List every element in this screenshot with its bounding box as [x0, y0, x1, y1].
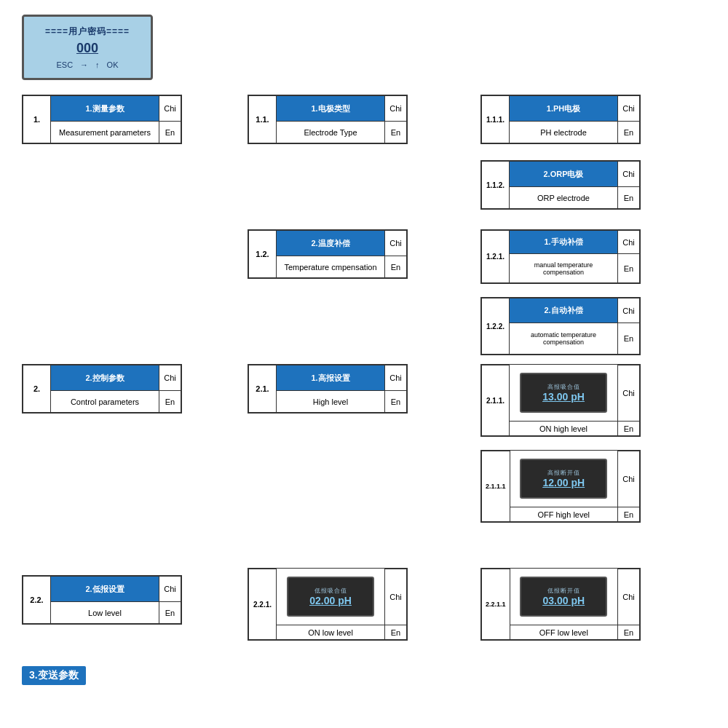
item2211-chi: Chi [618, 569, 640, 625]
item22-chi-label: 2.低报设置 [51, 577, 159, 602]
item2111-chi: Chi [618, 451, 640, 507]
item12-en-label: Temperature cmpensation [277, 256, 385, 278]
item112-chi-label: 2.ORP电极 [510, 162, 618, 187]
item2211-en-label: OFF low level [510, 625, 617, 640]
menu-item-112: 1.1.2. 2.ORP电极 Chi ORP electrode En [480, 160, 641, 210]
item11-num: 1.1. [249, 96, 277, 143]
item2211-en: En [618, 625, 640, 640]
item1-en: En [159, 122, 181, 143]
item211-chi: Chi [618, 365, 640, 422]
item21-en: En [385, 391, 407, 413]
item111-chi-label: 1.PH电极 [510, 96, 618, 122]
item121-num: 1.2.1. [482, 231, 510, 283]
item2211-lcd-value: 03.00 pH [542, 595, 585, 606]
item12-en: En [385, 256, 407, 278]
menu-item-111: 1.1.1. 1.PH电极 Chi PH electrode En [480, 95, 641, 144]
item221-chi: Chi [385, 569, 407, 625]
item111-num: 1.1.1. [482, 96, 510, 143]
item2211-lcd-title: 低报断开值 [547, 587, 580, 595]
item22-num: 2.2. [23, 577, 51, 624]
menu-item-12: 1.2. 2.温度补偿 Chi Temperature cmpensation … [248, 229, 408, 279]
item121-en-label: manual temperature compensation [510, 254, 618, 283]
item211-lcd-title: 高报吸合值 [547, 383, 580, 391]
item2111-en-label: OFF high level [510, 507, 617, 522]
item111-en: En [618, 122, 640, 143]
menu-item-221: 2.2.1. 低报吸合值 02.00 pH Chi ON low level E… [248, 568, 408, 641]
item122-num: 1.2.2. [482, 298, 510, 355]
item111-chi: Chi [618, 96, 640, 122]
item1-num: 1. [23, 96, 51, 143]
item112-chi: Chi [618, 162, 640, 187]
item221-lcd-title: 低报吸合值 [314, 587, 347, 595]
item2111-en: En [618, 507, 640, 522]
item11-en-label: Electrode Type [277, 122, 385, 143]
menu-item-122: 1.2.2. 2.自动补偿 Chi automatic temperature … [480, 297, 641, 355]
item122-en-label: automatic temperature compensation [510, 323, 618, 355]
item2-num: 2. [23, 365, 51, 413]
menu-item-22: 2.2. 2.低报设置 Chi Low level En [22, 575, 182, 625]
item1-en-label: Measurement parameters [51, 122, 159, 143]
item21-num: 2.1. [249, 365, 277, 413]
item122-chi-label: 2.自动补偿 [510, 298, 618, 323]
menu-item-211: 2.1.1. 高报吸合值 13.00 pH Chi ON high level … [480, 364, 641, 437]
lcd-password-display: ====用户密码==== 000 ESC → ↑ OK [22, 15, 153, 80]
menu-item-11: 1.1. 1.电极类型 Chi Electrode Type En [248, 95, 408, 144]
item211-lcd: 高报吸合值 13.00 pH [520, 373, 607, 413]
item112-en-label: ORP electrode [510, 187, 618, 209]
item2111-num: 2.1.1.1 [482, 451, 510, 522]
menu-item-121: 1.2.1. 1.手动补偿 Chi manual temperature com… [480, 229, 641, 284]
item112-num: 1.1.2. [482, 162, 510, 209]
menu-item-21: 2.1. 1.高报设置 Chi High level En [248, 364, 408, 414]
item2-en: En [159, 391, 181, 413]
item3-label: 3.变送参数 [22, 666, 86, 685]
item21-chi: Chi [385, 365, 407, 391]
menu-item-1: 1. 1.测量参数 Chi Measurement parameters En [22, 95, 182, 144]
item221-en: En [385, 625, 407, 640]
item11-chi: Chi [385, 96, 407, 122]
lcd-buttons: ESC → ↑ OK [56, 60, 118, 69]
item121-en: En [618, 254, 640, 283]
item22-en: En [159, 602, 181, 624]
item2-chi-label: 2.控制参数 [51, 365, 159, 391]
menu-item-2111: 2.1.1.1 高报断开值 12.00 pH Chi OFF high leve… [480, 450, 641, 523]
item12-num: 1.2. [249, 231, 277, 278]
lcd-value: 000 [76, 41, 98, 56]
item1-chi-label: 1.测量参数 [51, 96, 159, 122]
item2111-lcd-title: 高报断开值 [547, 469, 580, 477]
item121-chi-label: 1.手动补偿 [510, 231, 618, 254]
item21-chi-label: 1.高报设置 [277, 365, 385, 391]
item112-en: En [618, 187, 640, 209]
item2-chi: Chi [159, 365, 181, 391]
item2211-num: 2.2.1.1 [482, 569, 510, 640]
menu-item-2: 2. 2.控制参数 Chi Control parameters En [22, 364, 182, 414]
item1-chi: Chi [159, 96, 181, 122]
item211-en: En [618, 422, 640, 436]
item22-chi: Chi [159, 577, 181, 602]
item122-en: En [618, 323, 640, 355]
item211-en-label: ON high level [510, 422, 618, 436]
item221-lcd: 低报吸合值 02.00 pH [287, 577, 374, 617]
item2211-lcd: 低报断开值 03.00 pH [520, 577, 607, 617]
item12-chi: Chi [385, 231, 407, 256]
item111-en-label: PH electrode [510, 122, 618, 143]
item22-en-label: Low level [51, 602, 159, 624]
item2-en-label: Control parameters [51, 391, 159, 413]
item221-lcd-value: 02.00 pH [309, 595, 352, 606]
item122-chi: Chi [618, 298, 640, 323]
item2111-lcd: 高报断开值 12.00 pH [520, 459, 607, 499]
item2111-lcd-value: 12.00 pH [542, 477, 585, 488]
menu-item-2211: 2.2.1.1 低报断开值 03.00 pH Chi OFF low level… [480, 568, 641, 641]
item211-lcd-value: 13.00 pH [542, 391, 585, 403]
lcd-title: ====用户密码==== [45, 25, 130, 38]
item11-chi-label: 1.电极类型 [277, 96, 385, 122]
item121-chi: Chi [618, 231, 640, 254]
item221-num: 2.2.1. [249, 569, 277, 640]
item221-en-label: ON low level [277, 625, 385, 640]
item211-num: 2.1.1. [482, 365, 510, 436]
item21-en-label: High level [277, 391, 385, 413]
item11-en: En [385, 122, 407, 143]
item12-chi-label: 2.温度补偿 [277, 231, 385, 256]
